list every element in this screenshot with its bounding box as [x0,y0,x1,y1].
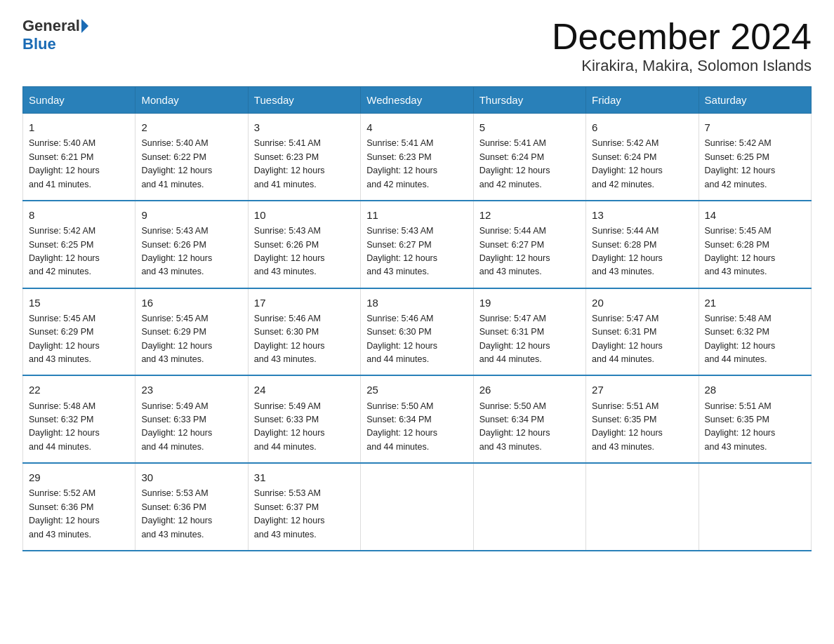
daylight-minutes: and 41 minutes. [254,180,317,189]
daylight-label: Daylight: 12 hours [479,428,550,438]
daylight-minutes: and 43 minutes. [592,442,654,452]
sunrise-label: Sunrise: 5:42 AM [29,226,95,236]
sunrise-label: Sunrise: 5:43 AM [141,226,208,236]
daylight-label: Daylight: 12 hours [29,428,100,438]
sunset-label: Sunset: 6:23 PM [254,152,319,162]
sunrise-label: Sunrise: 5:46 AM [366,314,433,323]
daylight-label: Daylight: 12 hours [141,253,212,263]
daylight-label: Daylight: 12 hours [705,428,776,438]
sunset-label: Sunset: 6:24 PM [479,152,544,162]
daylight-label: Daylight: 12 hours [254,516,325,525]
empty-cell [473,463,585,551]
sunrise-label: Sunrise: 5:47 AM [592,314,658,323]
sunrise-label: Sunrise: 5:51 AM [592,401,658,411]
logo-blue: Blue [22,35,56,53]
daylight-label: Daylight: 12 hours [141,166,212,175]
daylight-minutes: and 42 minutes. [366,180,429,189]
day-number: 22 [29,382,129,398]
sunrise-label: Sunrise: 5:49 AM [254,401,321,411]
day-number: 6 [592,119,692,135]
daylight-label: Daylight: 12 hours [141,341,212,351]
sunset-label: Sunset: 6:30 PM [254,327,319,337]
sunset-label: Sunset: 6:26 PM [141,240,206,250]
sunrise-label: Sunrise: 5:41 AM [479,138,546,148]
sunrise-label: Sunrise: 5:48 AM [705,314,772,323]
sunset-label: Sunset: 6:29 PM [29,327,93,337]
logo: General Blue [22,17,88,54]
calendar-day-cell: 18 Sunrise: 5:46 AM Sunset: 6:30 PM Dayl… [361,288,473,376]
empty-cell [586,463,699,551]
sunrise-label: Sunrise: 5:45 AM [29,314,95,323]
sunset-label: Sunset: 6:26 PM [254,240,319,250]
day-number: 28 [705,382,805,398]
sunrise-label: Sunrise: 5:42 AM [705,138,772,148]
calendar-week-row: 22 Sunrise: 5:48 AM Sunset: 6:32 PM Dayl… [23,375,812,463]
sunset-label: Sunset: 6:24 PM [592,152,656,162]
daylight-minutes: and 43 minutes. [705,442,767,452]
day-number: 17 [254,295,355,311]
calendar-day-cell: 9 Sunrise: 5:43 AM Sunset: 6:26 PM Dayli… [135,201,248,288]
daylight-label: Daylight: 12 hours [29,341,100,351]
calendar-day-cell: 10 Sunrise: 5:43 AM Sunset: 6:26 PM Dayl… [248,201,360,288]
daylight-minutes: and 43 minutes. [705,267,767,276]
calendar-day-cell: 2 Sunrise: 5:40 AM Sunset: 6:22 PM Dayli… [135,114,248,201]
day-number: 31 [254,469,355,485]
calendar-day-cell: 17 Sunrise: 5:46 AM Sunset: 6:30 PM Dayl… [248,288,360,376]
sunset-label: Sunset: 6:32 PM [29,415,93,424]
calendar-day-cell: 29 Sunrise: 5:52 AM Sunset: 6:36 PM Dayl… [23,463,135,551]
day-number: 20 [592,295,692,311]
daylight-minutes: and 44 minutes. [141,442,204,452]
daylight-label: Daylight: 12 hours [29,516,100,525]
calendar-day-cell: 1 Sunrise: 5:40 AM Sunset: 6:21 PM Dayli… [23,114,135,201]
day-number: 21 [705,295,805,311]
daylight-minutes: and 42 minutes. [705,180,767,189]
sunset-label: Sunset: 6:34 PM [479,415,544,424]
weekday-header-saturday: Saturday [699,87,811,114]
calendar-day-cell: 5 Sunrise: 5:41 AM Sunset: 6:24 PM Dayli… [473,114,585,201]
sunset-label: Sunset: 6:36 PM [141,502,206,512]
day-number: 16 [141,295,241,311]
day-number: 23 [141,382,241,398]
daylight-minutes: and 42 minutes. [479,180,542,189]
sunrise-label: Sunrise: 5:41 AM [254,138,321,148]
sunrise-label: Sunrise: 5:44 AM [592,226,658,236]
day-number: 26 [479,382,580,398]
calendar-week-row: 15 Sunrise: 5:45 AM Sunset: 6:29 PM Dayl… [23,288,812,376]
calendar-day-cell: 24 Sunrise: 5:49 AM Sunset: 6:33 PM Dayl… [248,375,360,463]
sunset-label: Sunset: 6:25 PM [29,240,93,250]
calendar-day-cell: 13 Sunrise: 5:44 AM Sunset: 6:28 PM Dayl… [586,201,699,288]
daylight-label: Daylight: 12 hours [366,341,437,351]
daylight-label: Daylight: 12 hours [479,341,550,351]
daylight-label: Daylight: 12 hours [705,253,776,263]
day-number: 8 [29,207,129,223]
sunrise-label: Sunrise: 5:44 AM [479,226,546,236]
calendar-day-cell: 3 Sunrise: 5:41 AM Sunset: 6:23 PM Dayli… [248,114,360,201]
daylight-label: Daylight: 12 hours [592,253,663,263]
daylight-label: Daylight: 12 hours [141,516,212,525]
day-number: 7 [705,119,805,135]
day-number: 14 [705,207,805,223]
daylight-label: Daylight: 12 hours [29,166,100,175]
calendar-day-cell: 7 Sunrise: 5:42 AM Sunset: 6:25 PM Dayli… [699,114,811,201]
month-title: December 2024 [552,17,812,57]
daylight-label: Daylight: 12 hours [366,428,437,438]
day-number: 2 [141,119,241,135]
sunrise-label: Sunrise: 5:45 AM [705,226,772,236]
day-number: 3 [254,119,355,135]
sunset-label: Sunset: 6:34 PM [366,415,431,424]
calendar-day-cell: 12 Sunrise: 5:44 AM Sunset: 6:27 PM Dayl… [473,201,585,288]
sunrise-label: Sunrise: 5:43 AM [254,226,321,236]
daylight-minutes: and 44 minutes. [366,354,429,364]
calendar-day-cell: 11 Sunrise: 5:43 AM Sunset: 6:27 PM Dayl… [361,201,473,288]
weekday-header-friday: Friday [586,87,699,114]
sunrise-label: Sunrise: 5:52 AM [29,488,95,498]
daylight-minutes: and 43 minutes. [141,354,204,364]
day-number: 10 [254,207,355,223]
daylight-minutes: and 44 minutes. [479,354,542,364]
sunrise-label: Sunrise: 5:41 AM [366,138,433,148]
day-number: 4 [366,119,467,135]
daylight-minutes: and 43 minutes. [141,267,204,276]
calendar-day-cell: 25 Sunrise: 5:50 AM Sunset: 6:34 PM Dayl… [361,375,473,463]
sunrise-label: Sunrise: 5:53 AM [254,488,321,498]
daylight-label: Daylight: 12 hours [592,166,663,175]
